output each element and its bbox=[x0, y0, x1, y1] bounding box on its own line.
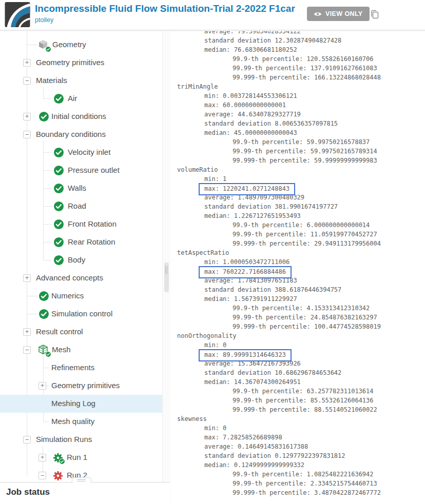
log-line: median: 0.12499999999999332 bbox=[170, 460, 425, 470]
project-owner[interactable]: ptolley bbox=[35, 16, 53, 24]
log-line: 99.999-th percentile: 3.4870422872467772 bbox=[170, 488, 425, 497]
tree-item-geometry-primitives[interactable]: +Geometry primitives bbox=[0, 54, 162, 72]
mesh-icon bbox=[37, 344, 49, 356]
tree-item-label: Mesh bbox=[52, 345, 71, 354]
tree-item-label: Numerics bbox=[51, 291, 84, 300]
log-line: volumeRatio bbox=[170, 165, 425, 174]
log-line: standard deviation 12.302874904827428 bbox=[170, 36, 425, 45]
tree-item-mesh[interactable]: −Mesh bbox=[0, 341, 162, 359]
collapse-minus-icon[interactable]: − bbox=[23, 436, 31, 443]
expand-plus-icon[interactable]: + bbox=[23, 113, 31, 120]
tree-item-mesh-quality[interactable]: Mesh quality bbox=[0, 413, 162, 431]
check-icon bbox=[54, 219, 64, 229]
tree-item-initial-conditions[interactable]: +Initial conditions bbox=[0, 108, 162, 126]
app-window: Incompressible Fluid Flow Simulation-Tri… bbox=[0, 0, 425, 504]
tree-item-label: Walls bbox=[68, 184, 86, 192]
header-bar: Incompressible Fluid Flow Simulation-Tri… bbox=[0, 0, 425, 30]
log-line: skewness bbox=[170, 414, 425, 424]
log-line: 99.99-th percentile: 137.91091627661083 bbox=[170, 64, 425, 73]
meshing-log-panel[interactable]: average: 79.59634028554122standard devia… bbox=[170, 31, 425, 504]
tree-item-air[interactable]: Air bbox=[0, 90, 162, 108]
job-status-title: Job status bbox=[6, 487, 50, 497]
highlight-box: max: 760222.7166884486 bbox=[199, 266, 292, 278]
tree-item-result-control[interactable]: +Result control bbox=[0, 323, 162, 341]
check-icon bbox=[54, 148, 64, 157]
tree-item-label: Advanced concepts bbox=[36, 273, 103, 282]
highlight-box: max: 1220241.0271248843 bbox=[199, 183, 295, 195]
tree-item-velocity-inlet[interactable]: Velocity inlet bbox=[0, 144, 162, 162]
tree-item-label: Air bbox=[68, 94, 77, 103]
tree-item-meshing-log[interactable]: Meshing Log bbox=[0, 395, 162, 413]
check-icon bbox=[54, 255, 64, 265]
log-line: min: 1 bbox=[170, 174, 425, 184]
tree-item-label: Velocity inlet bbox=[68, 148, 110, 156]
log-line: 99.99-th percentile: 2.3345215754460713 bbox=[170, 479, 425, 488]
panel-resize-grip[interactable] bbox=[165, 266, 168, 274]
log-line: median: 1.2267127651953493 bbox=[170, 211, 425, 220]
log-line: median: 1.567391911229927 bbox=[170, 294, 425, 304]
collapse-minus-icon[interactable]: − bbox=[23, 131, 31, 138]
tree-item-label: Meshing Log bbox=[51, 399, 95, 408]
log-line: 99.999-th percentile: 29.949113179956004 bbox=[170, 239, 425, 248]
simulation-tree-panel[interactable]: Geometry+Geometry primitives−MaterialsAi… bbox=[0, 31, 162, 482]
panel-divider bbox=[162, 31, 170, 504]
log-line: 99.999-th percentile: 100.44774528598019 bbox=[170, 322, 425, 331]
check-icon bbox=[39, 291, 49, 301]
project-title: Incompressible Fluid Flow Simulation-Tri… bbox=[35, 3, 295, 14]
check-icon bbox=[54, 94, 64, 104]
expand-plus-icon[interactable]: + bbox=[38, 382, 46, 390]
expand-plus-icon[interactable]: + bbox=[23, 59, 31, 67]
tree-item-road[interactable]: Road bbox=[0, 197, 162, 215]
tree-item-geometry[interactable]: Geometry bbox=[0, 36, 162, 54]
job-status-panel[interactable]: Job status bbox=[0, 482, 170, 504]
log-line: 99.99-th percentile: 24.854876382163297 bbox=[170, 313, 425, 322]
tree-item-walls[interactable]: Walls bbox=[0, 179, 162, 197]
tree-item-refinements[interactable]: Refinements bbox=[0, 359, 162, 377]
tree-item-front-rotation[interactable]: Front Rotation bbox=[0, 215, 162, 233]
check-icon bbox=[54, 201, 64, 211]
log-line: max: 60.00000000000001 bbox=[170, 100, 425, 110]
tree-item-label: Initial conditions bbox=[51, 112, 106, 120]
collapse-minus-icon[interactable]: − bbox=[23, 77, 31, 85]
log-line: 99.9-th percentile: 63.257782311013614 bbox=[170, 387, 425, 396]
expand-plus-icon[interactable]: + bbox=[23, 274, 31, 282]
log-line: max: 760222.7166884486 bbox=[170, 267, 425, 276]
view-only-badge: VIEW ONLY bbox=[307, 7, 370, 21]
tree-item-label: Run 1 bbox=[67, 453, 87, 461]
collapse-minus-icon[interactable]: − bbox=[38, 472, 46, 479]
run-gear-icon bbox=[53, 453, 63, 463]
log-line: 99.9-th percentile: 1.0825482221636942 bbox=[170, 470, 425, 479]
tree-item-label: Geometry primitives bbox=[36, 58, 104, 67]
expand-plus-icon[interactable]: + bbox=[38, 454, 46, 461]
tree-item-rear-rotation[interactable]: Rear Rotation bbox=[0, 233, 162, 251]
log-line: median: 45.00000000000043 bbox=[170, 128, 425, 137]
copy-project-icon[interactable] bbox=[370, 9, 380, 19]
log-line: 99.9-th percentile: 6.000000000000014 bbox=[170, 220, 425, 230]
tree-item-simulation-control[interactable]: Simulation control bbox=[0, 305, 162, 323]
tree-item-numerics[interactable]: Numerics bbox=[0, 287, 162, 305]
collapse-minus-icon[interactable]: − bbox=[23, 346, 31, 354]
tree-item-label: Result control bbox=[36, 327, 83, 336]
app-logo-icon[interactable] bbox=[5, 2, 30, 27]
tree-item-label: Body bbox=[68, 255, 85, 264]
tree-item-label: Geometry bbox=[52, 40, 86, 49]
tree-item-advanced-concepts[interactable]: +Advanced concepts bbox=[0, 269, 162, 287]
tree-item-geometry-primitives[interactable]: +Geometry primitives bbox=[0, 377, 162, 395]
tree-item-simulation-runs[interactable]: −Simulation Runs bbox=[0, 431, 162, 449]
tree-item-materials[interactable]: −Materials bbox=[0, 72, 162, 90]
tree-item-boundary-conditions[interactable]: −Boundary conditions bbox=[0, 126, 162, 144]
log-line: 99.999-th percentile: 166.13224868028448 bbox=[170, 73, 425, 82]
log-line: max: 1220241.0271248843 bbox=[170, 184, 425, 193]
log-line: average: 79.59634028554122 bbox=[170, 31, 425, 36]
log-line: 99.99-th percentile: 11.059199770452727 bbox=[170, 230, 425, 239]
tree-item-label: Geometry primitives bbox=[51, 381, 120, 390]
expand-plus-icon[interactable]: + bbox=[23, 328, 31, 336]
tree-item-run-1[interactable]: +Run 1 bbox=[0, 449, 162, 467]
log-line: min: 1.0000503472711006 bbox=[170, 257, 425, 267]
check-badge-icon bbox=[45, 351, 51, 357]
tree-item-pressure-outlet[interactable]: Pressure outlet bbox=[0, 162, 162, 179]
log-line: 99.99-th percentile: 85.55326126064136 bbox=[170, 396, 425, 405]
tree-item-body[interactable]: Body bbox=[0, 251, 162, 269]
check-icon bbox=[54, 184, 64, 193]
job-status-drag-handle[interactable] bbox=[72, 477, 91, 483]
